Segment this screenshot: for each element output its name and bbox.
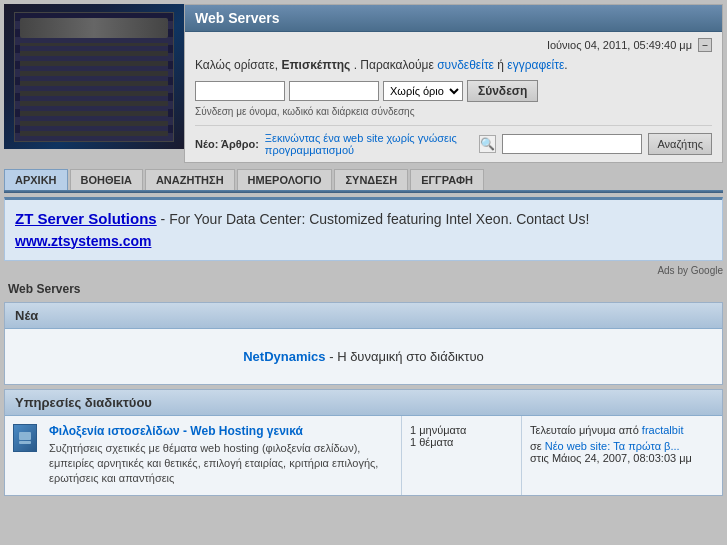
nav-item-login[interactable]: ΣΥΝΔΕΣΗ — [334, 169, 408, 190]
welcome-row: Καλώς ορίσατε, Επισκέπτης . Παρακαλούμε … — [195, 58, 712, 72]
nav-bar: ΑΡΧΙΚΗ ΒΟΗΘΕΙΑ ΑΝΑΖΗΤΗΣΗ ΗΜΕΡΟΛΟΓΙΟ ΣΥΝΔ… — [0, 167, 727, 190]
nea-body-text: - Η δυναμική στο διάδικτυο — [326, 349, 484, 364]
nea-link[interactable]: NetDynamics — [243, 349, 325, 364]
welcome-mid: . Παρακαλούμε — [354, 58, 434, 72]
panel-title: Web Servers — [185, 5, 722, 32]
register-link[interactable]: εγγραφείτε — [507, 58, 564, 72]
service-stats-cell: 1 μηνύματα 1 θέματα — [402, 416, 522, 495]
connection-note: Σύνδεση με όνομα, κωδικό και διάρκεια σύ… — [195, 106, 712, 117]
password-input[interactable] — [289, 81, 379, 101]
nea-section-body: NetDynamics - Η δυναμική στο διάδικτυο — [5, 329, 722, 384]
nav-item-home[interactable]: ΑΡΧΙΚΗ — [4, 169, 68, 190]
ad-body: - For Your Data Center: Customized featu… — [157, 211, 590, 227]
service-icon — [13, 424, 37, 452]
messages-count: 1 μηνύματα — [410, 424, 513, 436]
ad-title-link[interactable]: ZT Server Solutions — [15, 210, 157, 227]
or-text: ή — [497, 58, 507, 72]
news-article-link[interactable]: Ξεκινώντας ένα web site χωρίς γνώσεις πρ… — [265, 132, 474, 156]
login-row: Χωρίς όριο Σύνδεση — [195, 80, 712, 102]
search-button[interactable]: Αναζήτης — [648, 133, 712, 155]
nav-bottom-bar — [4, 190, 723, 193]
login-button[interactable]: Σύνδεση — [467, 80, 538, 102]
last-msg-label: Τελευταίο μήνυμα από fractalbit — [530, 424, 714, 436]
header-panel: Web Servers Ιούνιος 04, 2011, 05:49:40 μ… — [184, 4, 723, 163]
login-link[interactable]: συνδεθείτε — [437, 58, 494, 72]
search-icon: 🔍 — [479, 135, 496, 153]
nav-item-help[interactable]: ΒΟΗΘΕΙΑ — [70, 169, 143, 190]
service-row: Φιλοξενία ιστοσελίδων - Web Hosting γενι… — [5, 416, 722, 495]
search-input[interactable] — [502, 134, 642, 154]
ad-banner-text: ZT Server Solutions - For Your Data Cent… — [15, 208, 712, 252]
svg-rect-1 — [19, 441, 31, 444]
service-last-cell: Τελευταίο μήνυμα από fractalbit σε Νέο w… — [522, 416, 722, 495]
duration-select[interactable]: Χωρίς όριο — [383, 81, 463, 101]
topics-count: 1 θέματα — [410, 436, 513, 448]
last-subject-link[interactable]: Νέο web site: Τα πρώτα β... — [545, 440, 680, 452]
services-header: Υπηρεσίες διαδικτύου — [5, 390, 722, 416]
services-section: Υπηρεσίες διαδικτύου Φιλοξενία ιστοσελίδ… — [4, 389, 723, 496]
service-title-link[interactable]: Φιλοξενία ιστοσελίδων - Web Hosting γενι… — [49, 424, 303, 438]
header-area: Web Servers Ιούνιος 04, 2011, 05:49:40 μ… — [0, 0, 727, 167]
nea-section-header: Νέα — [5, 303, 722, 329]
welcome-text: Καλώς ορίσατε, — [195, 58, 278, 72]
last-user-link[interactable]: fractalbit — [642, 424, 684, 436]
news-label: Νέο: Άρθρο: — [195, 138, 259, 150]
service-description: Συζητήσεις σχετικές με θέματα web hostin… — [49, 441, 397, 487]
datetime-text: Ιούνιος 04, 2011, 05:49:40 μμ — [547, 39, 692, 51]
ad-url-link[interactable]: www.ztsystems.com — [15, 233, 151, 249]
minimize-button[interactable]: – — [698, 38, 712, 52]
news-row: Νέο: Άρθρο: Ξεκινώντας ένα web site χωρί… — [195, 125, 712, 156]
ads-by-google: Ads by Google — [4, 265, 723, 276]
nav-item-register[interactable]: ΕΓΓΡΑΦΗ — [410, 169, 484, 190]
server-image — [4, 4, 184, 149]
svg-rect-0 — [19, 432, 31, 440]
user-type: Επισκέπτης — [281, 58, 350, 72]
panel-body: Ιούνιος 04, 2011, 05:49:40 μμ – Καλώς ορ… — [185, 32, 722, 162]
nav-item-calendar[interactable]: ΗΜΕΡΟΛΟΓΙΟ — [237, 169, 333, 190]
last-date: στις Μάιος 24, 2007, 08:03:03 μμ — [530, 452, 714, 464]
service-icon-cell — [5, 416, 45, 495]
last-subject: σε Νέο web site: Τα πρώτα β... — [530, 440, 714, 452]
username-input[interactable] — [195, 81, 285, 101]
page-title: Web Servers — [0, 278, 727, 298]
nea-section: Νέα NetDynamics - Η δυναμική στο διάδικτ… — [4, 302, 723, 385]
services-body: Φιλοξενία ιστοσελίδων - Web Hosting γενι… — [5, 416, 722, 495]
ad-banner: ZT Server Solutions - For Your Data Cent… — [4, 197, 723, 261]
service-info-cell: Φιλοξενία ιστοσελίδων - Web Hosting γενι… — [45, 416, 402, 495]
datetime-row: Ιούνιος 04, 2011, 05:49:40 μμ – — [195, 38, 712, 52]
server-placeholder — [14, 12, 174, 142]
nav-item-search[interactable]: ΑΝΑΖΗΤΗΣΗ — [145, 169, 235, 190]
